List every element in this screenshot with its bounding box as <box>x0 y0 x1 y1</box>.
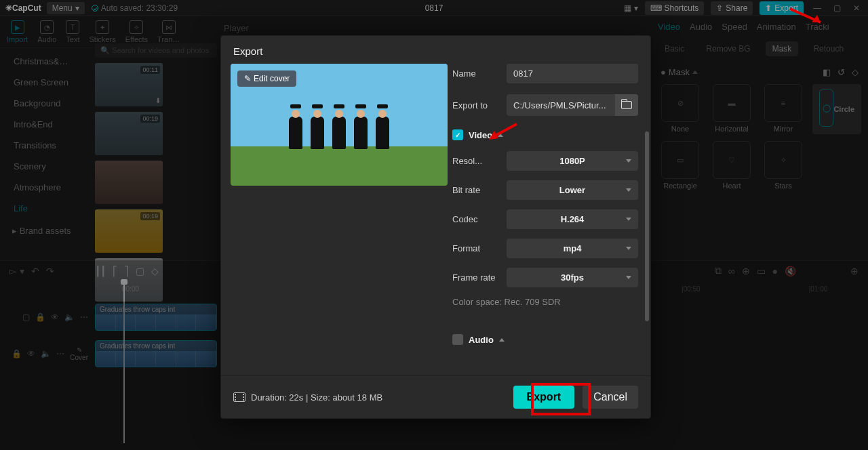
chevron-down-icon <box>626 247 631 250</box>
dialog-footer: Duration: 22s | Size: about 18 MB Export… <box>221 375 650 418</box>
cancel-button[interactable]: Cancel <box>583 386 638 409</box>
resolution-select[interactable]: 1080P <box>507 151 638 171</box>
annotation-arrow <box>783 5 824 26</box>
pencil-icon: ✎ <box>244 74 251 83</box>
figure <box>332 117 346 149</box>
bitrate-label: Bit rate <box>452 185 500 195</box>
browse-button[interactable] <box>615 94 638 116</box>
framerate-select[interactable]: 30fps <box>507 268 638 287</box>
video-section-header[interactable]: ✓ Video <box>452 129 638 140</box>
figure <box>354 117 368 149</box>
duration-text: Duration: 22s | Size: about 18 MB <box>251 392 382 403</box>
chevron-down-icon <box>626 276 631 279</box>
format-label: Format <box>452 243 500 253</box>
chevron-down-icon <box>626 159 631 163</box>
figure <box>376 117 389 149</box>
resolution-label: Resol... <box>452 156 500 166</box>
exportto-label: Export to <box>452 100 500 110</box>
export-dialog: Export ✎Edit cover Name <box>220 35 651 419</box>
path-display[interactable]: C:/Users/PMLS/Pictur... <box>507 96 615 115</box>
dialog-overlay: Export ✎Edit cover Name <box>0 0 868 450</box>
film-icon <box>233 392 245 402</box>
folder-icon <box>621 101 632 109</box>
codec-label: Codec <box>452 214 500 224</box>
name-input[interactable]: 0817 <box>507 64 638 83</box>
chevron-down-icon <box>626 188 631 192</box>
svg-line-0 <box>790 9 821 22</box>
cover-preview: ✎Edit cover <box>231 64 448 186</box>
scrollbar[interactable] <box>645 131 649 321</box>
dialog-title: Export <box>221 36 650 64</box>
chevron-up-icon <box>498 134 503 137</box>
video-checkbox[interactable]: ✓ <box>452 129 463 140</box>
framerate-label: Frame rate <box>452 272 500 283</box>
figure <box>311 117 324 149</box>
audio-checkbox[interactable] <box>452 334 463 345</box>
audio-section-header[interactable]: Audio <box>452 334 638 345</box>
chevron-up-icon <box>499 338 505 342</box>
export-confirm-button[interactable]: Export <box>513 386 575 409</box>
colorspace-text: Color space: Rec. 709 SDR <box>452 297 638 307</box>
svg-marker-1 <box>812 15 821 22</box>
figure <box>289 117 302 149</box>
codec-select[interactable]: H.264 <box>507 209 638 229</box>
chevron-down-icon <box>626 218 631 221</box>
format-select[interactable]: mp4 <box>507 239 638 258</box>
bitrate-select[interactable]: Lower <box>507 180 638 200</box>
edit-cover-button[interactable]: ✎Edit cover <box>237 70 296 87</box>
name-label: Name <box>452 68 500 79</box>
